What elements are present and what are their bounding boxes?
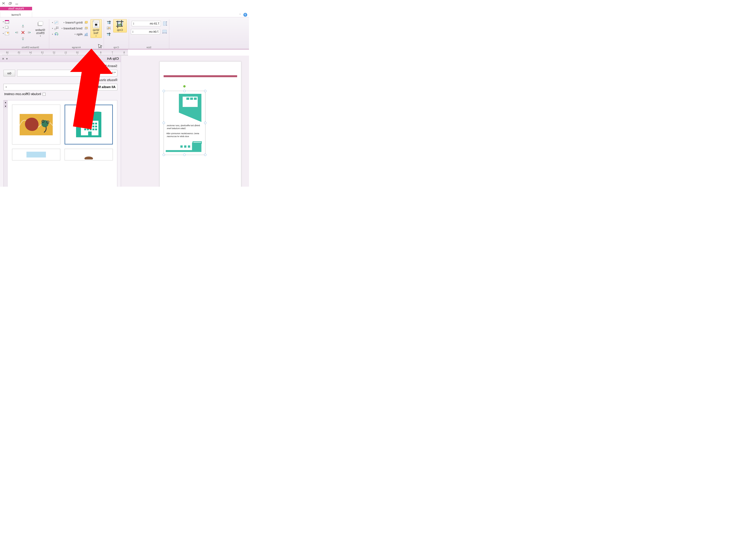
shadow-effects-group-label: Shadow Effects bbox=[14, 46, 47, 49]
include-office-checkbox[interactable] bbox=[43, 93, 46, 96]
go-button[interactable]: Go bbox=[3, 70, 15, 76]
media-type-value: All media file types bbox=[87, 85, 115, 89]
resize-handle[interactable] bbox=[163, 122, 165, 124]
svg-rect-26 bbox=[85, 28, 87, 30]
minimize-button[interactable] bbox=[15, 2, 19, 5]
nudge-shadow-right[interactable] bbox=[14, 30, 20, 35]
svg-rect-174 bbox=[180, 145, 183, 148]
bring-forward-label: Bring Forward bbox=[66, 21, 83, 24]
width-spin-down[interactable]: ▼ bbox=[132, 32, 134, 33]
document-area[interactable]: briefly but effectively, your services. … bbox=[121, 56, 249, 187]
svg-rect-14 bbox=[28, 31, 30, 33]
crop-to-shape-button[interactable] bbox=[106, 20, 112, 25]
svg-point-38 bbox=[56, 28, 57, 29]
resize-handle[interactable] bbox=[163, 154, 165, 156]
close-button[interactable] bbox=[2, 2, 5, 5]
svg-rect-169 bbox=[194, 98, 197, 100]
align-button[interactable]: Align▾ bbox=[61, 32, 89, 37]
crop-label: Crop bbox=[117, 28, 123, 31]
crop-button[interactable]: Crop bbox=[113, 19, 127, 32]
bring-forward-button[interactable]: Bring Forward▾ bbox=[61, 20, 89, 25]
svg-rect-190 bbox=[84, 129, 86, 130]
include-office-label: Include Office.com content bbox=[4, 92, 41, 96]
fill-crop-button[interactable] bbox=[106, 32, 112, 37]
taskpane-close-icon[interactable]: ✕ bbox=[2, 57, 4, 60]
scroll-down-icon[interactable]: ▼ bbox=[4, 104, 7, 108]
shadow-effects-button[interactable]: Shadow Effects ▾ bbox=[34, 19, 47, 38]
results-scrollbar[interactable]: ▲ ▼ bbox=[4, 100, 7, 187]
send-backward-button[interactable]: Send Backward▾ bbox=[61, 26, 89, 31]
svg-rect-12 bbox=[38, 21, 43, 25]
svg-text:?: ? bbox=[244, 13, 246, 16]
restore-button[interactable] bbox=[8, 2, 12, 5]
resize-handle[interactable] bbox=[183, 154, 186, 156]
picture-tools-title: Picture Tools bbox=[0, 7, 32, 10]
svg-text:14: 14 bbox=[29, 51, 32, 54]
scroll-up-icon[interactable]: ▲ bbox=[4, 100, 7, 104]
picture-effects-button[interactable]: ▾ bbox=[2, 25, 10, 30]
svg-rect-0 bbox=[16, 4, 18, 4]
svg-rect-185 bbox=[84, 126, 86, 127]
height-spin-up[interactable]: ▲ bbox=[133, 22, 134, 24]
svg-point-36 bbox=[56, 27, 57, 27]
ungroup-button[interactable]: ▾ bbox=[51, 26, 59, 31]
search-for-label: Search for: bbox=[3, 64, 117, 68]
width-input[interactable]: 7.04 cm ▲▼ bbox=[131, 29, 160, 34]
clipart-thumb[interactable] bbox=[12, 105, 60, 144]
svg-text:8: 8 bbox=[100, 51, 101, 54]
picture-border-button[interactable]: ▾ bbox=[2, 19, 10, 24]
svg-rect-27 bbox=[86, 33, 87, 35]
resize-handle[interactable] bbox=[204, 90, 206, 92]
tab-format[interactable]: Format bbox=[0, 12, 32, 17]
aspect-ratio-button[interactable] bbox=[106, 26, 112, 31]
height-spin-down[interactable]: ▼ bbox=[133, 24, 134, 25]
resize-handle[interactable] bbox=[183, 90, 186, 92]
crop-group-label: Crop bbox=[106, 46, 127, 49]
selected-picture[interactable]: briefly but effectively, your services. … bbox=[163, 91, 205, 155]
width-spin-up[interactable]: ▲ bbox=[132, 30, 134, 32]
taskpane-menu-icon[interactable]: ▾ bbox=[6, 57, 7, 60]
svg-rect-2 bbox=[9, 3, 11, 4]
nudge-shadow-left[interactable] bbox=[26, 30, 32, 35]
height-value: 7.19 cm bbox=[150, 22, 159, 25]
ribbon-collapse-icon[interactable]: ⌃ bbox=[239, 13, 241, 16]
nudge-shadow-up[interactable] bbox=[20, 23, 26, 29]
chevron-down-icon: ▼ bbox=[5, 86, 7, 88]
svg-rect-189 bbox=[87, 129, 89, 130]
svg-rect-15 bbox=[16, 31, 18, 33]
height-input[interactable]: 7.19 cm ▲▼ bbox=[132, 21, 161, 26]
shadow-toggle[interactable] bbox=[20, 30, 26, 35]
taskpane-title: Clip Art bbox=[107, 57, 119, 61]
group-button[interactable]: ▾ bbox=[51, 20, 59, 25]
rotate-button[interactable]: ▾ bbox=[51, 32, 59, 37]
clipart-thumb[interactable] bbox=[12, 149, 60, 160]
svg-rect-16 bbox=[22, 37, 24, 39]
resize-handle[interactable] bbox=[204, 122, 206, 124]
resize-handle[interactable] bbox=[163, 90, 165, 92]
resize-handle[interactable] bbox=[204, 154, 206, 156]
svg-rect-179 bbox=[87, 123, 89, 125]
svg-rect-45 bbox=[163, 22, 165, 25]
svg-text:12: 12 bbox=[53, 51, 55, 54]
svg-rect-171 bbox=[186, 98, 189, 100]
svg-rect-180 bbox=[84, 123, 86, 125]
clipart-thumb[interactable] bbox=[65, 149, 113, 160]
nudge-shadow-down[interactable] bbox=[20, 36, 26, 42]
search-input[interactable] bbox=[17, 70, 117, 76]
clipart-thumb[interactable] bbox=[65, 105, 113, 144]
document-page: briefly but effectively, your services. … bbox=[159, 61, 241, 187]
media-type-combo[interactable]: All media file types ▼ bbox=[3, 84, 117, 90]
clipart-results: ▲ ▼ bbox=[3, 100, 117, 187]
help-button[interactable]: ? bbox=[243, 12, 248, 17]
clip-art-pane: Clip Art ▾ ✕ Search for: Go Results shou… bbox=[0, 56, 121, 187]
rotate-handle[interactable] bbox=[183, 85, 186, 87]
width-icon bbox=[162, 30, 167, 34]
svg-text:13: 13 bbox=[41, 51, 44, 54]
svg-rect-10 bbox=[7, 32, 8, 33]
wrap-text-button[interactable]: Wrap Text ▾ bbox=[91, 19, 102, 38]
svg-text:10: 10 bbox=[76, 51, 79, 54]
picture-layout-button[interactable]: ▾ bbox=[2, 31, 10, 36]
svg-rect-32 bbox=[55, 22, 56, 24]
mouse-cursor-icon bbox=[98, 43, 103, 49]
svg-rect-188 bbox=[90, 129, 92, 130]
